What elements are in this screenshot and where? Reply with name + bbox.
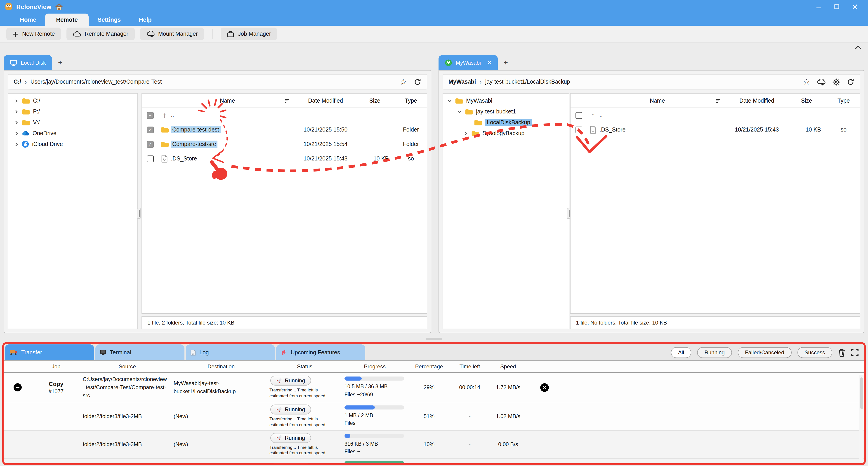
left-pathbar[interactable]: C:/ › Users/jay/Documents/rcloneview_tes… — [8, 74, 427, 90]
column-header-name[interactable]: Name — [171, 97, 284, 104]
chevron-right-icon[interactable] — [14, 120, 19, 125]
tree-item-localdiskbackup[interactable]: LocalDiskBackup — [443, 117, 569, 128]
chevron-right-icon[interactable] — [14, 131, 19, 135]
column-header-status[interactable]: Status — [269, 363, 341, 370]
right-pathbar[interactable]: MyWasabi › jay-test-bucket1/LocalDiskBac… — [442, 74, 860, 90]
tree-item-synologybackup[interactable]: SynologyBackup — [443, 128, 569, 139]
remote-manager-button[interactable]: Remote Manager — [67, 28, 135, 40]
tree-item-jay-test-bucket1[interactable]: jay-test-bucket1 — [443, 106, 569, 117]
mount-manager-button[interactable]: Mount Manager — [140, 28, 204, 40]
collapse-panel-chevron-icon[interactable] — [855, 45, 862, 50]
row-checkbox-indeterminate[interactable]: − — [147, 112, 153, 119]
file-row-parent[interactable]: ↑ .. — [570, 108, 860, 123]
close-button[interactable] — [849, 2, 861, 12]
column-header-speed[interactable]: Speed — [490, 363, 526, 370]
collapse-job-button[interactable] — [13, 383, 22, 392]
column-header-progress[interactable]: Progress — [341, 363, 409, 370]
column-header-job[interactable]: Job — [31, 363, 81, 370]
column-header-type[interactable]: Type — [394, 97, 427, 104]
column-header-name[interactable]: Name — [599, 97, 715, 104]
menu-home[interactable]: Home — [11, 13, 45, 26]
new-remote-button[interactable]: New Remote — [6, 28, 61, 40]
job-row[interactable]: folder2/folder2/file2-2MB (New) Success … — [4, 459, 864, 465]
row-checkbox-checked[interactable]: ✓ — [147, 141, 153, 148]
chevron-right-icon[interactable] — [14, 142, 19, 146]
breadcrumb-path[interactable]: Users/jay/Documents/rcloneview_test/Comp… — [31, 79, 162, 85]
filter-running-button[interactable]: Running — [697, 347, 732, 358]
column-header-type[interactable]: Type — [827, 97, 860, 104]
breadcrumb-root[interactable]: MyWasabi — [448, 79, 476, 85]
column-header-date[interactable]: Date Modified — [296, 97, 355, 104]
file-row-parent[interactable]: − ↑ .. — [142, 108, 427, 123]
tree-item-icloud-drive[interactable]: iCloud Drive — [8, 139, 137, 150]
tree-item-onedrive[interactable]: OneDrive — [8, 128, 137, 139]
tab-close-icon[interactable] — [487, 61, 491, 65]
fullscreen-icon[interactable] — [851, 349, 859, 356]
status-button-running[interactable]: Running — [270, 405, 311, 414]
tab-transfer[interactable]: Transfer — [5, 344, 94, 360]
column-header-size[interactable]: Size — [786, 97, 827, 104]
add-tab-button[interactable]: + — [499, 55, 512, 70]
job-table-scrollbar[interactable] — [860, 375, 864, 462]
horizontal-splitter-grip[interactable] — [426, 338, 442, 340]
breadcrumb-path[interactable]: jay-test-bucket1/LocalDiskBackup — [485, 79, 570, 85]
filter-all-button[interactable]: All — [671, 347, 691, 358]
tree-item-v-drive[interactable]: V:/ — [8, 117, 137, 128]
job-row[interactable]: folder2/folder3/file3-3MB (New) Running … — [4, 431, 864, 459]
filter-failed-canceled-button[interactable]: Failed/Canceled — [738, 347, 792, 358]
chevron-right-icon[interactable] — [14, 99, 19, 103]
column-header-size[interactable]: Size — [355, 97, 394, 104]
tree-item-p-drive[interactable]: P:/ — [8, 106, 137, 117]
file-row-compare-test-src[interactable]: ✓ Compare-test-src 10/21/2025 15:54 Fold… — [142, 137, 427, 151]
tab-terminal[interactable]: Terminal — [95, 344, 184, 360]
job-row[interactable]: Copy#1077 C:Users/jay/Documents/rclonevi… — [4, 373, 864, 402]
tab-mywasabi[interactable]: MyWasabi — [438, 55, 498, 70]
menu-remote[interactable]: Remote — [45, 13, 88, 26]
cloud-add-icon[interactable] — [817, 79, 826, 85]
cancel-job-button[interactable] — [540, 383, 549, 392]
gear-icon[interactable] — [832, 78, 840, 86]
column-header-percentage[interactable]: Percentage — [409, 363, 450, 370]
menu-settings[interactable]: Settings — [89, 13, 130, 26]
tab-upcoming-features[interactable]: Upcoming Features — [276, 344, 365, 360]
row-checkbox-unchecked[interactable] — [147, 155, 153, 162]
add-tab-button[interactable]: + — [54, 55, 67, 70]
menu-help[interactable]: Help — [130, 13, 160, 26]
file-row-compare-test-dest[interactable]: ✓ Compare-test-dest 10/21/2025 15:50 Fol… — [142, 123, 427, 137]
chevron-down-icon[interactable] — [458, 110, 462, 114]
column-header-destination[interactable]: Destination — [174, 363, 269, 370]
chevron-down-icon[interactable] — [447, 99, 452, 103]
tree-item-mywasabi[interactable]: MyWasabi — [443, 95, 569, 106]
tab-log[interactable]: Log — [186, 344, 275, 360]
status-button-running[interactable]: Running — [270, 376, 311, 385]
bookmark-star-icon[interactable]: ☆ — [400, 78, 407, 86]
breadcrumb-root[interactable]: C:/ — [13, 79, 21, 85]
column-header-source[interactable]: Source — [81, 363, 174, 370]
job-manager-button[interactable]: Job Manager — [221, 28, 277, 40]
filter-success-button[interactable]: Success — [797, 347, 832, 358]
column-header-time-left[interactable]: Time left — [450, 363, 490, 370]
chevron-right-icon[interactable] — [464, 131, 468, 135]
row-checkbox-checked[interactable]: ✓ — [147, 126, 153, 133]
file-row-ds-store[interactable]: .DS_Store 10/21/2025 15:43 10 KB so — [142, 151, 427, 166]
sort-icon[interactable] — [284, 98, 296, 103]
refresh-icon[interactable] — [847, 78, 855, 86]
sort-icon[interactable] — [715, 98, 727, 103]
maximize-button[interactable] — [831, 2, 843, 12]
job-row[interactable]: folder2/folder3/file3-2MB (New) Running … — [4, 402, 864, 431]
tree-item-c-drive[interactable]: C:/ — [8, 95, 137, 106]
row-checkbox-unchecked[interactable] — [575, 126, 582, 133]
tab-local-disk[interactable]: Local Disk — [4, 55, 52, 70]
file-row-ds-store[interactable]: .DS_Store 10/21/2025 15:43 10 KB so — [570, 123, 860, 137]
status-button-running[interactable]: Running — [270, 433, 311, 443]
column-header-date[interactable]: Date Modified — [727, 97, 786, 104]
refresh-icon[interactable] — [414, 78, 421, 86]
scrollbar-thumb[interactable] — [860, 377, 863, 409]
minimize-button[interactable] — [813, 2, 825, 12]
status-button-success[interactable]: Success — [270, 463, 311, 465]
tree-list-splitter-grip[interactable] — [137, 208, 141, 219]
row-checkbox-unchecked[interactable] — [575, 112, 582, 119]
chevron-right-icon[interactable] — [14, 110, 19, 114]
trash-icon[interactable] — [838, 348, 845, 356]
bookmark-star-icon[interactable]: ☆ — [803, 78, 810, 86]
